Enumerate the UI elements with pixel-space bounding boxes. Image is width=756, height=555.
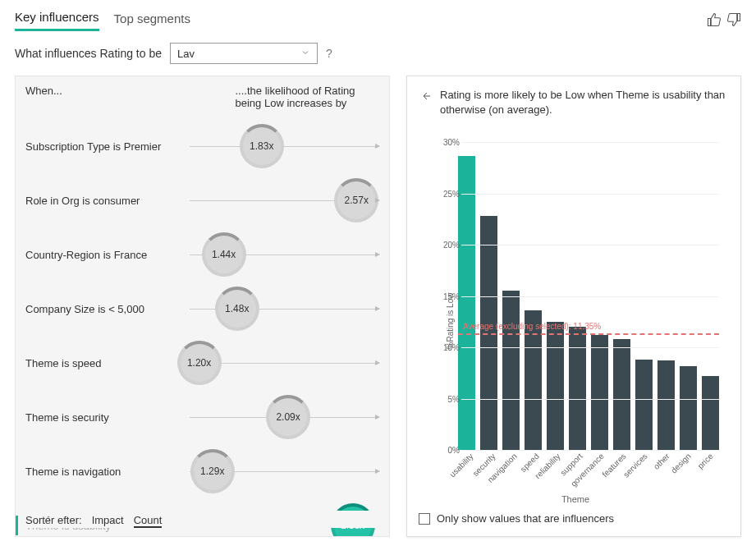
influencer-track: 1.29x [190, 471, 379, 472]
influencer-track: 2.09x [190, 417, 379, 418]
influencer-track: 1.83x [190, 146, 379, 147]
rating-dropdown-value: Lav [177, 48, 195, 60]
detail-panel: Rating is more likely to be Low when The… [406, 76, 741, 537]
only-influencers-label: Only show values that are influencers [437, 512, 614, 525]
rating-dropdown[interactable]: Lav [170, 43, 318, 64]
thumbs-down-icon[interactable] [726, 12, 741, 30]
chart-bar[interactable] [502, 291, 520, 450]
detail-title: Rating is more likely to be Low when The… [440, 88, 729, 117]
help-icon[interactable]: ? [326, 47, 332, 60]
y-tick: 15% [440, 291, 460, 300]
influencer-row[interactable]: Theme is speed1.20x [25, 336, 379, 390]
influencer-row[interactable]: Country-Region is France1.44x [25, 227, 379, 282]
back-arrow-icon[interactable] [419, 88, 432, 105]
gridline [461, 142, 719, 143]
gridline [461, 194, 719, 195]
sort-label: Sortér efter: [25, 514, 82, 526]
influencer-label: Theme is security [25, 411, 190, 424]
chart-bar[interactable] [702, 376, 719, 450]
chart-bar[interactable] [591, 335, 608, 450]
gridline [461, 296, 719, 297]
thumbs-up-icon[interactable] [707, 12, 722, 30]
header-likelihood: ....the likelihood of Rating being Low i… [203, 85, 380, 109]
chart-bar[interactable] [635, 360, 653, 450]
chart-bar[interactable] [680, 366, 697, 450]
x-tick: design [669, 452, 693, 475]
only-influencers-checkbox[interactable] [419, 513, 430, 525]
influencer-row[interactable]: Role in Org is consumer2.57x [25, 173, 379, 227]
influencer-bubble[interactable]: 2.09x [266, 395, 310, 439]
y-tick: 25% [440, 189, 460, 198]
y-tick: 30% [440, 138, 460, 147]
chevron-down-icon [300, 48, 310, 60]
influencer-label: Theme is speed [25, 357, 190, 369]
chart-bar[interactable] [525, 310, 542, 450]
influencer-bubble[interactable]: 1.44x [202, 232, 246, 277]
y-tick: 0% [440, 446, 460, 455]
x-tick: price [695, 452, 714, 470]
influencer-track: 2.57x [190, 200, 379, 201]
influencer-track: 1.20x [190, 363, 379, 364]
influencer-label: Company Size is < 5,000 [25, 303, 190, 315]
influencer-label: Theme is navigation [25, 466, 190, 478]
chart-bar[interactable] [547, 322, 564, 450]
influencer-bubble[interactable]: 1.20x [177, 341, 222, 385]
influencer-row[interactable]: Company Size is < 5,0001.48x [25, 282, 379, 336]
chart-bar[interactable] [458, 156, 475, 450]
gridline [461, 399, 719, 400]
influencer-row[interactable]: Theme is navigation1.29x [25, 444, 379, 498]
y-tick: 10% [440, 343, 460, 352]
sort-impact[interactable]: Impact [92, 514, 124, 526]
chart-bar[interactable] [569, 327, 586, 450]
gridline [461, 245, 719, 245]
x-tick: usability [448, 452, 475, 479]
tab-top-segments[interactable]: Top segments [114, 11, 190, 30]
chart-bar[interactable] [613, 339, 630, 450]
tab-key-influencers[interactable]: Key influencers [15, 10, 99, 31]
average-line [458, 333, 719, 335]
influencer-row[interactable]: Theme is security2.09x [25, 390, 379, 444]
header-when: When... [25, 85, 203, 109]
influencer-label: Country-Region is France [25, 249, 190, 261]
influencer-bubble[interactable]: 1.48x [215, 287, 259, 331]
influencers-panel: When... ....the likelihood of Rating bei… [15, 76, 390, 537]
sort-count[interactable]: Count [134, 514, 163, 528]
chart-xlabel: Theme [561, 494, 589, 504]
average-label: Average (excluding selected): 11.35% [463, 322, 601, 331]
selection-indicator [16, 516, 18, 535]
influencer-row[interactable]: Subscription Type is Premier1.83x [25, 119, 379, 173]
influencer-track: 1.48x [190, 309, 379, 310]
influencer-bubble[interactable]: 1.83x [240, 124, 284, 168]
chart-ylabel: %Rating is Low [446, 292, 455, 349]
influencer-track: 1.44x [190, 255, 379, 255]
gridline [461, 450, 719, 451]
influencer-bubble[interactable]: 1.29x [190, 449, 235, 493]
bar-chart: %Rating is Low Average (excluding select… [425, 134, 726, 507]
influencer-label: Role in Org is consumer [25, 195, 190, 207]
y-tick: 20% [440, 241, 460, 250]
question-prefix: What influences Rating to be [15, 47, 162, 60]
chart-bar[interactable] [657, 360, 675, 450]
influencer-label: Subscription Type is Premier [25, 140, 190, 153]
y-tick: 5% [440, 394, 460, 403]
gridline [461, 347, 719, 348]
influencer-bubble[interactable]: 2.57x [334, 178, 378, 222]
